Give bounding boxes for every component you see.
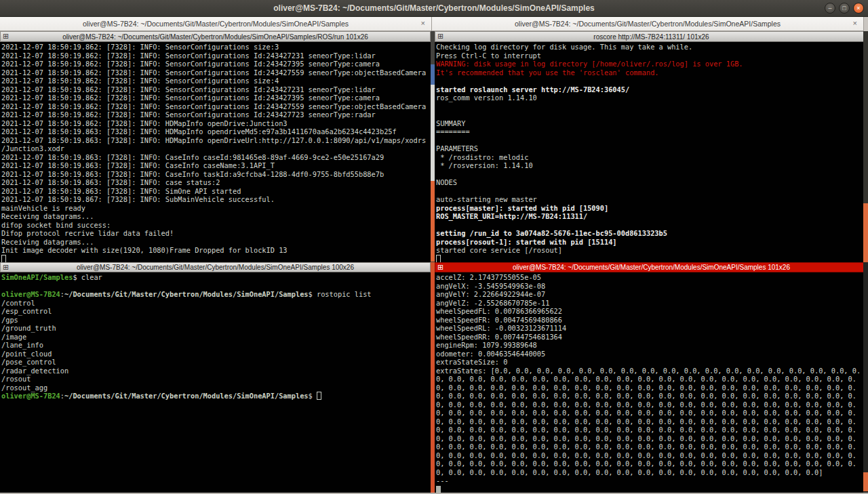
- minimize-button[interactable]: –: [825, 3, 835, 14]
- pane-grid-icon: ⊞: [437, 263, 443, 272]
- terminal-line: SUMMARY: [436, 119, 868, 128]
- tab-close-icon[interactable]: ×: [853, 19, 857, 27]
- terminal-line: [436, 110, 868, 119]
- terminal-line: /rosout_agg: [1, 384, 431, 392]
- pane-roscore[interactable]: ⊞ roscore http://MS-7B24:11311/ 101x26 C…: [435, 31, 868, 262]
- terminal-line: 2021-12-07 18:50:19.863: [7328]: INFO: C…: [1, 161, 431, 170]
- pane-titlebar[interactable]: ⊞ oliver@MS-7B24: ~/Documents/Git/Master…: [0, 262, 431, 272]
- terminal-line: * /rosversion: 1.14.10: [436, 161, 868, 170]
- maximize-button[interactable]: □: [839, 3, 850, 14]
- close-button[interactable]: ×: [853, 3, 864, 14]
- terminal-line: * /rosdistro: melodic: [436, 153, 868, 162]
- terminal-line: ---: [436, 476, 868, 485]
- tab-bar: oliver@MS-7B24: ~/Documents/Git/Master/C…: [0, 17, 868, 31]
- terminal-line: setting /run_id to 3a074a82-5676-11ec-bc…: [436, 229, 868, 238]
- terminal-line: process[rosout-1]: started with pid [151…: [436, 238, 868, 247]
- terminal-line: ROS_MASTER_URI=http://MS-7B24:11311/: [436, 212, 868, 221]
- terminal-line: [436, 187, 868, 196]
- terminal-line: [436, 77, 868, 85]
- terminal-line: [436, 170, 868, 179]
- terminal-line: /Junction3.xodr: [1, 144, 431, 153]
- scrollbar-thumb[interactable]: [863, 472, 868, 491]
- terminal-line: /control: [1, 299, 431, 308]
- terminal-line: engineRpm: 1079.99389648: [436, 341, 868, 350]
- terminal-cursor: [317, 392, 321, 400]
- window-titlebar[interactable]: oliver@MS-7B24: ~/Documents/Git/Master/C…: [0, 0, 868, 17]
- terminal-roscore[interactable]: Checking log directory for disk usage. T…: [435, 42, 868, 262]
- scrollbar-mark-blue: [431, 64, 435, 85]
- terminal-cursor: [1, 255, 6, 263]
- pane-title: oliver@MS-7B24: ~/Documents/Git/Master/C…: [62, 33, 368, 41]
- terminal-line: angVelZ: -2.55268670785e-11: [436, 299, 868, 308]
- scrollbar-top-right-pane[interactable]: [863, 31, 868, 262]
- terminal-line: 2021-12-07 18:50:19.863: [7328]: INFO: c…: [1, 178, 431, 187]
- terminal-line: 2021-12-07 18:50:19.862: [7328]: INFO: S…: [1, 85, 431, 94]
- pane-ros-run[interactable]: ⊞ oliver@MS-7B24: ~/Documents/Git/Master…: [0, 31, 431, 262]
- terminal-line: extraStates: [0.0, 0.0, 0.0, 0.0, 0.0, 0…: [436, 367, 861, 477]
- scrollbar-thumb-orange[interactable]: [431, 181, 435, 262]
- scrollbar-top-left-pane[interactable]: [431, 31, 435, 262]
- terminal-line: ros_comm version 1.14.10: [436, 94, 868, 102]
- terminal-line: [436, 221, 868, 230]
- terminal-line: 2021-12-07 18:50:19.862: [7328]: INFO: S…: [1, 110, 431, 119]
- terminal-line: Press Ctrl-C to interrupt: [436, 52, 868, 60]
- terminal-line: started roslaunch server http://MS-7B24:…: [436, 85, 868, 94]
- terminal-line: angVelY: 2.22664922944e-07: [436, 290, 868, 299]
- terminal-telemetry[interactable]: accelZ: 2.17437755055e-05angVelX: -3.545…: [435, 272, 868, 493]
- terminal-ros-run[interactable]: 2021-12-07 18:50:19.862: [7328]: INFO: S…: [0, 42, 431, 262]
- terminal-line: [436, 102, 868, 111]
- terminal-line: wheelSpeedFR: 0.00474569480866: [436, 316, 868, 325]
- terminal-line: Receiving datagrams...: [1, 212, 431, 221]
- pane-title: oliver@MS-7B24: ~/Documents/Git/Master/C…: [513, 264, 790, 271]
- pane-shell[interactable]: ⊞ oliver@MS-7B24: ~/Documents/Git/Master…: [0, 262, 431, 493]
- terminal-line: 2021-12-07 18:50:19.862: [7328]: INFO: S…: [1, 77, 431, 85]
- pane-telemetry[interactable]: ⊞ oliver@MS-7B24: ~/Documents/Git/Master…: [435, 262, 868, 493]
- terminal-line: NODES: [436, 178, 868, 187]
- terminal-cursor: [436, 255, 441, 263]
- pane-titlebar[interactable]: ⊞ roscore http://MS-7B24:11311/ 101x26: [435, 31, 868, 42]
- terminal-line: angVelX: -3.5459549963e-08: [436, 282, 868, 291]
- terminal-line: Checking log directory for disk usage. T…: [436, 43, 868, 52]
- terminal-line: mainVehicle is ready: [1, 204, 431, 213]
- terminal-line: [1, 282, 431, 291]
- pane-title: roscore http://MS-7B24:11311/ 101x26: [593, 33, 709, 41]
- tab-label: oliver@MS-7B24: ~/Documents/Git/Master/C…: [515, 20, 781, 28]
- tab-samples-2[interactable]: oliver@MS-7B24: ~/Documents/Git/Master/C…: [432, 17, 864, 31]
- terminal-line: 2021-12-07 18:50:19.862: [7328]: INFO: S…: [1, 94, 431, 102]
- terminal-line: 2021-12-07 18:50:19.862: [7328]: INFO: S…: [1, 102, 431, 111]
- pane-title: oliver@MS-7B24: ~/Documents/Git/Master/C…: [77, 264, 354, 271]
- pane-titlebar-focused[interactable]: ⊞ oliver@MS-7B24: ~/Documents/Git/Master…: [435, 262, 868, 272]
- terminal-shell[interactable]: SimOneAPI/Samples$ clearoliver@MS-7B24:~…: [0, 272, 431, 493]
- terminal-line: process[master]: started with pid [15090…: [436, 204, 868, 213]
- terminal-line: /esp_control: [1, 307, 431, 316]
- terminal-line: [1, 255, 431, 263]
- terminal-line: odometer: 0.00463546440005: [436, 350, 868, 358]
- scrollbar-bottom-left-pane[interactable]: [431, 262, 435, 493]
- terminal-line: [436, 485, 868, 493]
- terminal-line: Init image decoder with size(1920, 1080)…: [1, 246, 431, 255]
- terminal-line: started core service [/rosout]: [436, 246, 868, 255]
- scrollbar-thumb[interactable]: [863, 203, 868, 262]
- terminal-line: WARNING: disk usage in log directory [/h…: [436, 60, 868, 68]
- terminal-line: Difop protocol recrive lidar data failed…: [1, 229, 431, 238]
- terminal-line: /radar_detection: [1, 367, 431, 375]
- scrollbar-bottom-right-pane[interactable]: [863, 262, 868, 493]
- terminal-line: 2021-12-07 18:50:19.863: [7328]: INFO: C…: [1, 170, 431, 179]
- window-controls: – □ ×: [825, 3, 864, 14]
- tab-close-icon[interactable]: ×: [421, 19, 425, 27]
- terminal-line: difop socket bind success:: [1, 221, 431, 230]
- terminal-line: 2021-12-07 18:50:19.862: [7328]: INFO: S…: [1, 60, 431, 68]
- terminal-line: ========: [436, 127, 868, 136]
- terminal-line: extraStateSize: 0: [436, 358, 868, 367]
- tab-label: oliver@MS-7B24: ~/Documents/Git/Master/C…: [83, 20, 349, 28]
- terminal-line: SimOneAPI/Samples$ clear: [1, 273, 431, 282]
- terminal-line: /rosout: [1, 375, 431, 384]
- terminal-line: 2021-12-07 18:50:19.863: [7328]: INFO: H…: [1, 136, 431, 145]
- pane-grid-icon: ⊞: [3, 32, 9, 41]
- pane-grid-icon: ⊞: [3, 263, 9, 272]
- pane-titlebar[interactable]: ⊞ oliver@MS-7B24: ~/Documents/Git/Master…: [0, 31, 431, 42]
- terminal-line: 2021-12-07 18:50:19.862: [7328]: INFO: H…: [1, 119, 431, 128]
- scrollbar-thumb-white[interactable]: [431, 85, 435, 181]
- terminal-line: Receiving datagrams...: [1, 238, 431, 247]
- tab-samples-1[interactable]: oliver@MS-7B24: ~/Documents/Git/Master/C…: [0, 17, 432, 31]
